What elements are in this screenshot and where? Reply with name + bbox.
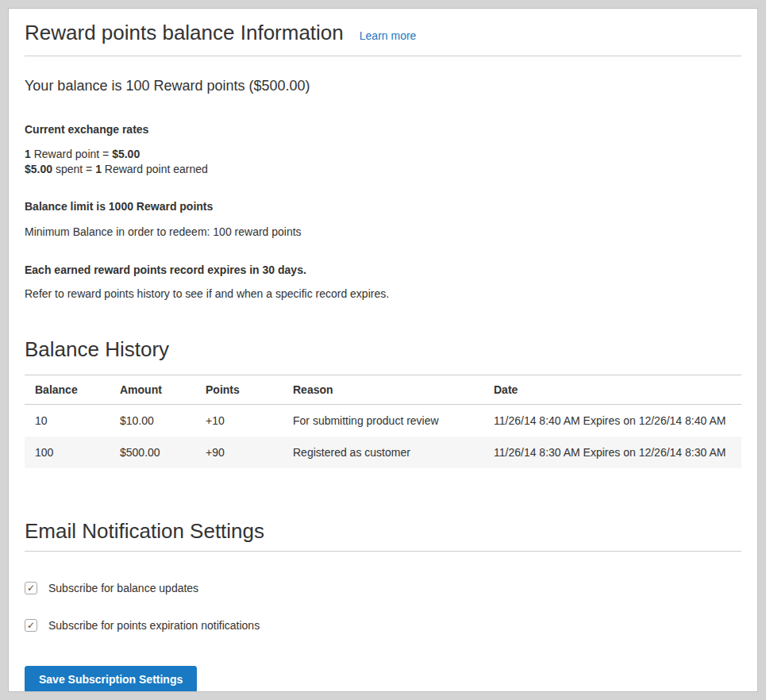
exchange-rate-line-2: $5.00 spent = 1 Reward point earned	[25, 162, 741, 177]
subscribe-balance-updates-label: Subscribe for balance updates	[48, 582, 198, 594]
balance-history-table: Balance Amount Points Reason Date 10 $10…	[25, 375, 741, 468]
exchange-rates: 1 Reward point = $5.00 $5.00 spent = 1 R…	[25, 147, 741, 177]
minimum-balance-text: Minimum Balance in order to redeem: 100 …	[25, 225, 741, 238]
cell-amount: $10.00	[110, 405, 195, 437]
table-row: 100 $500.00 +90 Registered as customer 1…	[25, 437, 741, 468]
subscribe-expiration-notifications-label: Subscribe for points expiration notifica…	[48, 619, 260, 632]
cell-points: +10	[195, 405, 283, 437]
exchange-rate-line-1: 1 Reward point = $5.00	[25, 147, 741, 162]
header-divider	[25, 56, 741, 56]
balance-history-title: Balance History	[25, 337, 741, 362]
subscribe-balance-updates-option[interactable]: ✓ Subscribe for balance updates	[25, 582, 741, 594]
cell-date: 11/26/14 8:40 AM Expires on 12/26/14 8:4…	[483, 405, 741, 437]
rate2-amount: $5.00	[25, 163, 52, 175]
column-header-balance: Balance	[25, 375, 110, 405]
column-header-points: Points	[195, 375, 283, 405]
table-header: Balance Amount Points Reason Date	[25, 375, 741, 405]
rate2-points: 1	[95, 163, 102, 175]
cell-reason: Registered as customer	[283, 437, 483, 468]
exchange-rates-heading: Current exchange rates	[25, 123, 741, 136]
table-row: 10 $10.00 +10 For submitting product rev…	[25, 405, 741, 437]
notification-divider	[25, 551, 741, 552]
expiry-text: Each earned reward points record expires…	[25, 263, 741, 276]
column-header-amount: Amount	[110, 375, 195, 405]
reward-points-panel: Reward points balance Information Learn …	[8, 8, 758, 692]
rate1-text: Reward point =	[31, 148, 112, 160]
cell-balance: 100	[25, 437, 110, 468]
cell-points: +90	[195, 437, 283, 468]
learn-more-link[interactable]: Learn more	[360, 29, 417, 42]
checkbox-checked-icon[interactable]: ✓	[25, 582, 37, 594]
balance-summary: Your balance is 100 Reward points ($500.…	[25, 77, 741, 94]
rate1-points: 1	[25, 148, 31, 160]
email-notification-settings-title: Email Notification Settings	[25, 519, 741, 544]
page-header: Reward points balance Information Learn …	[25, 21, 741, 45]
page-title: Reward points balance Information	[25, 21, 344, 45]
column-header-date: Date	[483, 375, 741, 405]
cell-reason: For submitting product review	[283, 405, 483, 437]
subscribe-expiration-notifications-option[interactable]: ✓ Subscribe for points expiration notifi…	[25, 619, 741, 632]
cell-date: 11/26/14 8:30 AM Expires on 12/26/14 8:3…	[483, 437, 741, 468]
balance-limit-text: Balance limit is 1000 Reward points	[25, 200, 741, 213]
save-subscription-settings-button[interactable]: Save Subscription Settings	[25, 666, 197, 692]
rate2-text-end: Reward point earned	[102, 163, 208, 175]
cell-amount: $500.00	[110, 437, 195, 468]
rate2-text: spent =	[52, 163, 95, 175]
column-header-reason: Reason	[283, 375, 483, 405]
expiry-note-text: Refer to reward points history to see if…	[25, 287, 741, 300]
rate1-amount: $5.00	[112, 148, 140, 160]
checkbox-checked-icon[interactable]: ✓	[25, 619, 37, 632]
cell-balance: 10	[25, 405, 110, 437]
